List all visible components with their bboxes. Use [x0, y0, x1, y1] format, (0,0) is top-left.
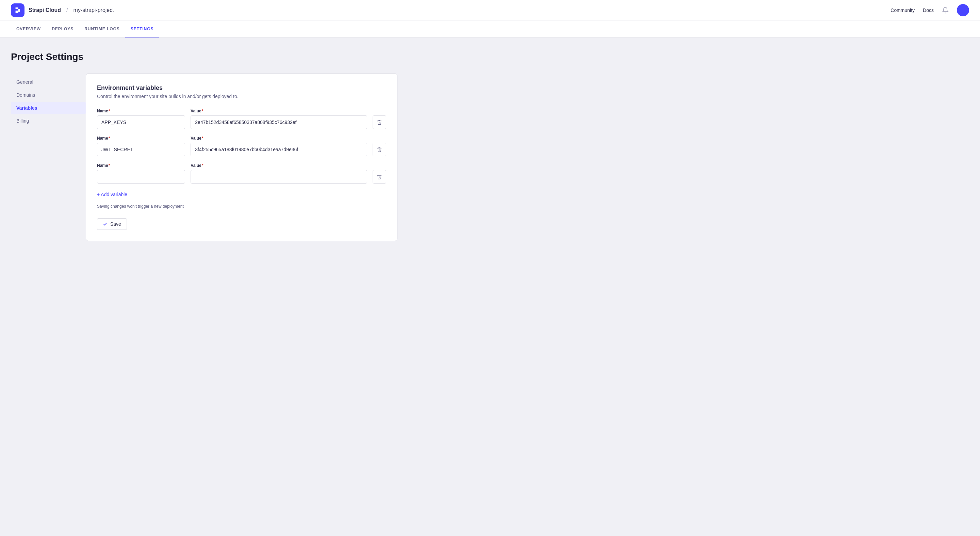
name-input-1[interactable]: [97, 143, 185, 156]
tab-settings[interactable]: SETTINGS: [125, 21, 159, 37]
check-icon: [103, 222, 108, 227]
user-avatar[interactable]: [957, 4, 969, 16]
delete-row-2-button[interactable]: [372, 170, 386, 183]
add-variable-button[interactable]: + Add variable: [97, 190, 127, 199]
page-body: Project Settings General Domains Variabl…: [0, 38, 408, 255]
value-field-2: Value*: [191, 163, 367, 183]
tab-overview[interactable]: OVERVIEW: [11, 21, 46, 37]
value-label-2: Value*: [191, 163, 367, 168]
variable-row-1: Name* Value*: [97, 136, 386, 156]
name-input-0[interactable]: [97, 115, 185, 129]
name-label-0: Name*: [97, 108, 185, 113]
header-left: Strapi Cloud / my-strapi-project: [11, 3, 114, 17]
sidebar-item-variables[interactable]: Variables: [11, 102, 86, 114]
sidebar-item-billing[interactable]: Billing: [11, 115, 86, 127]
header: Strapi Cloud / my-strapi-project Communi…: [0, 0, 980, 21]
trash-icon: [377, 174, 382, 179]
tab-deploys[interactable]: DEPLOYS: [46, 21, 79, 37]
trash-icon: [377, 120, 382, 125]
card-title: Environment variables: [97, 85, 386, 92]
sidebar-item-general[interactable]: General: [11, 76, 86, 88]
variable-row-0: Name* Value*: [97, 108, 386, 129]
save-button-label: Save: [110, 221, 121, 227]
main-content: Environment variables Control the enviro…: [86, 73, 398, 241]
name-field-0: Name*: [97, 108, 185, 129]
community-link[interactable]: Community: [891, 8, 915, 13]
name-input-2[interactable]: [97, 170, 185, 183]
content-layout: General Domains Variables Billing Enviro…: [11, 73, 398, 241]
name-field-1: Name*: [97, 136, 185, 156]
project-name[interactable]: my-strapi-project: [73, 7, 114, 13]
value-field-1: Value*: [191, 136, 367, 156]
delete-row-0-button[interactable]: [372, 115, 386, 129]
variable-row-2: Name* Value*: [97, 163, 386, 183]
value-label-1: Value*: [191, 136, 367, 140]
value-input-0[interactable]: [191, 115, 367, 129]
value-input-1[interactable]: [191, 143, 367, 156]
save-button[interactable]: Save: [97, 218, 127, 230]
env-variables-card: Environment variables Control the enviro…: [86, 73, 398, 241]
breadcrumb-separator: /: [66, 7, 68, 13]
tabs-bar: OVERVIEW DEPLOYS RUNTIME LOGS SETTINGS: [0, 21, 980, 38]
name-label-2: Name*: [97, 163, 185, 168]
trash-icon: [377, 147, 382, 152]
tab-runtime-logs[interactable]: RUNTIME LOGS: [79, 21, 125, 37]
notifications-icon[interactable]: [942, 7, 949, 14]
name-label-1: Name*: [97, 136, 185, 140]
sidebar-item-domains[interactable]: Domains: [11, 89, 86, 101]
brand-name: Strapi Cloud: [29, 7, 61, 13]
value-input-2[interactable]: [191, 170, 367, 183]
logo[interactable]: [11, 3, 24, 17]
docs-link[interactable]: Docs: [923, 8, 934, 13]
value-field-0: Value*: [191, 108, 367, 129]
name-field-2: Name*: [97, 163, 185, 183]
value-label-0: Value*: [191, 108, 367, 113]
sidebar-nav: General Domains Variables Billing: [11, 73, 86, 241]
save-note: Saving changes won’t trigger a new deplo…: [97, 204, 386, 209]
page-title: Project Settings: [11, 51, 398, 62]
strapi-logo-icon: [14, 6, 21, 14]
delete-row-1-button[interactable]: [372, 143, 386, 156]
header-right: Community Docs: [891, 4, 969, 16]
card-subtitle: Control the environment your site builds…: [97, 94, 386, 99]
